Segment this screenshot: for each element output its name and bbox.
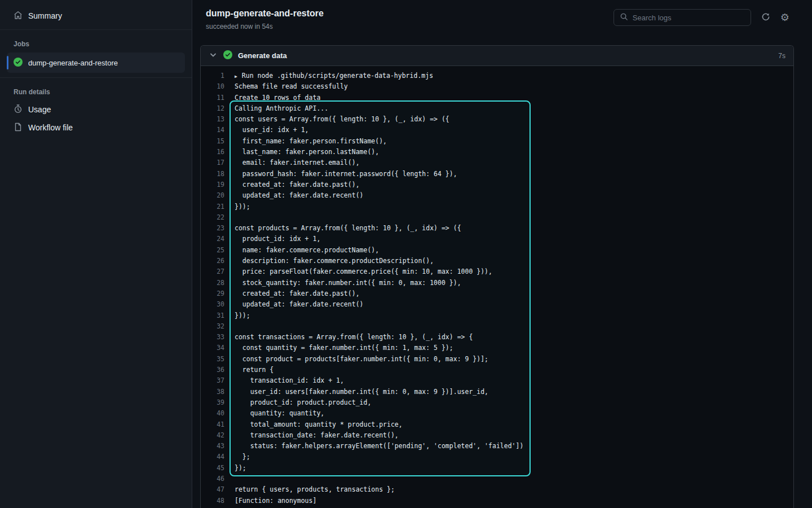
line-number[interactable]: 17 xyxy=(201,157,224,168)
log-line: 37 transaction_id: idx + 1, xyxy=(201,375,793,386)
log-line: 10Schema file read successfully xyxy=(201,81,793,92)
line-number[interactable]: 33 xyxy=(201,332,224,343)
expand-arrow-icon: ▶ xyxy=(235,71,237,82)
line-number[interactable]: 42 xyxy=(201,430,224,441)
search-icon xyxy=(620,12,628,23)
line-number[interactable]: 28 xyxy=(201,278,224,288)
line-number[interactable]: 13 xyxy=(201,114,224,125)
log-line: 43 status: faker.helpers.arrayElement(['… xyxy=(201,441,793,452)
log-line: 20 updated_at: faker.date.recent() xyxy=(201,190,793,201)
line-text: return { users, products, transactions }… xyxy=(224,484,395,495)
line-text: transaction_id: idx + 1, xyxy=(224,375,344,386)
log-line: 25 name: faker.commerce.productName(), xyxy=(201,245,793,256)
log-line: 36 return { xyxy=(201,365,793,375)
line-number[interactable]: 41 xyxy=(201,419,224,430)
log-line[interactable]: 1▶Run node .github/scripts/generate-data… xyxy=(201,71,793,81)
line-number[interactable]: 36 xyxy=(201,365,224,375)
line-number[interactable]: 23 xyxy=(201,223,224,234)
sidebar-workflow-file-label: Workflow file xyxy=(28,123,73,132)
line-number[interactable]: 26 xyxy=(201,256,224,266)
app-window: Summary Jobs dump-generate-and-restore R… xyxy=(0,0,812,508)
log-line: 26 description: faker.commerce.productDe… xyxy=(201,256,793,266)
line-number[interactable]: 45 xyxy=(201,463,224,474)
settings-button[interactable]: ⚙ xyxy=(780,13,789,22)
line-number[interactable]: 46 xyxy=(201,474,224,484)
log-line: 23const products = Array.from({ length: … xyxy=(201,223,793,234)
line-number[interactable]: 12 xyxy=(201,103,224,114)
line-number[interactable]: 22 xyxy=(201,212,224,223)
line-number[interactable]: 29 xyxy=(201,288,224,299)
line-number[interactable]: 15 xyxy=(201,136,224,147)
line-text: }; xyxy=(224,452,250,462)
line-number[interactable]: 40 xyxy=(201,408,224,419)
line-text: })); xyxy=(224,310,250,321)
line-number[interactable]: 19 xyxy=(201,179,224,190)
log-line: 34 const quantity = faker.number.int({ m… xyxy=(201,343,793,353)
chevron-down-icon[interactable] xyxy=(209,50,218,62)
sidebar-item-summary[interactable]: Summary xyxy=(7,7,185,25)
line-number[interactable]: 11 xyxy=(201,93,224,103)
line-text: user_id: idx + 1, xyxy=(224,125,309,135)
check-circle-icon xyxy=(14,58,23,68)
line-number[interactable]: 1 xyxy=(201,71,224,81)
search-logs-input[interactable] xyxy=(633,14,745,22)
line-number[interactable]: 21 xyxy=(201,202,224,212)
page-title: dump-generate-and-restore xyxy=(206,8,324,19)
line-text: return { xyxy=(224,365,273,375)
line-number[interactable]: 31 xyxy=(201,310,224,321)
sidebar-item-workflow-file[interactable]: Workflow file xyxy=(7,119,185,137)
line-number[interactable]: 48 xyxy=(201,496,224,506)
line-number[interactable]: 44 xyxy=(201,452,224,462)
log-line: 13const users = Array.from({ length: 10 … xyxy=(201,114,793,125)
line-number[interactable]: 27 xyxy=(201,266,224,277)
jobs-section-label: Jobs xyxy=(0,34,192,52)
line-number[interactable]: 20 xyxy=(201,190,224,201)
search-logs-box[interactable] xyxy=(614,9,751,26)
log-line: 16 last_name: faker.person.lastName(), xyxy=(201,147,793,157)
gear-icon: ⚙ xyxy=(780,13,789,22)
log-panel: Generate data 7s 1▶Run node .github/scri… xyxy=(200,45,794,508)
run-header-text: dump-generate-and-restore succeeded now … xyxy=(206,8,324,30)
log-line: 28 stock_quantity: faker.number.int({ mi… xyxy=(201,278,793,288)
refresh-button[interactable] xyxy=(761,12,770,23)
sidebar-item-usage[interactable]: Usage xyxy=(7,100,185,119)
line-text: const users = Array.from({ length: 10 },… xyxy=(224,114,449,125)
step-check-circle-icon xyxy=(223,50,232,62)
line-text: status: faker.helpers.arrayElement(['pen… xyxy=(224,441,523,452)
line-number[interactable]: 16 xyxy=(201,147,224,157)
line-number[interactable]: 24 xyxy=(201,234,224,244)
step-duration: 7s xyxy=(778,52,785,60)
line-number[interactable]: 25 xyxy=(201,245,224,256)
log-line: 46 xyxy=(201,474,793,484)
sidebar-item-job[interactable]: dump-generate-and-restore xyxy=(7,52,185,73)
line-number[interactable]: 43 xyxy=(201,441,224,452)
line-number[interactable]: 35 xyxy=(201,354,224,365)
log-line: 40 quantity: quantity, xyxy=(201,408,793,419)
line-number[interactable]: 10 xyxy=(201,81,224,92)
line-number[interactable]: 32 xyxy=(201,321,224,332)
line-number[interactable]: 47 xyxy=(201,484,224,495)
line-text: first_name: faker.person.firstName(), xyxy=(224,136,387,147)
line-number[interactable]: 39 xyxy=(201,397,224,408)
line-text: Schema file read successfully xyxy=(224,81,348,92)
log-line: 27 price: parseFloat(faker.commerce.pric… xyxy=(201,266,793,277)
line-number[interactable]: 14 xyxy=(201,125,224,135)
line-number[interactable]: 37 xyxy=(201,375,224,386)
line-number[interactable]: 30 xyxy=(201,299,224,310)
line-number[interactable]: 18 xyxy=(201,169,224,179)
line-number[interactable]: 38 xyxy=(201,387,224,397)
line-text: updated_at: faker.date.recent() xyxy=(224,299,363,310)
log-line: 12Calling Anthropic API... xyxy=(201,103,793,114)
log-line: 42 transaction_date: faker.date.recent()… xyxy=(201,430,793,441)
sidebar: Summary Jobs dump-generate-and-restore R… xyxy=(0,0,192,508)
log-line: 18 password_hash: faker.internet.passwor… xyxy=(201,169,793,179)
line-text: ▶Run node .github/scripts/generate-data-… xyxy=(224,71,433,81)
file-icon xyxy=(14,122,23,133)
step-header[interactable]: Generate data 7s xyxy=(201,46,793,66)
run-header: dump-generate-and-restore succeeded now … xyxy=(192,0,812,38)
log-line: 29 created_at: faker.date.past(), xyxy=(201,288,793,299)
line-number[interactable]: 34 xyxy=(201,343,224,353)
log-line: 44 }; xyxy=(201,452,793,462)
run-details-section-label: Run details xyxy=(0,82,192,100)
log-body: 1▶Run node .github/scripts/generate-data… xyxy=(201,66,793,508)
